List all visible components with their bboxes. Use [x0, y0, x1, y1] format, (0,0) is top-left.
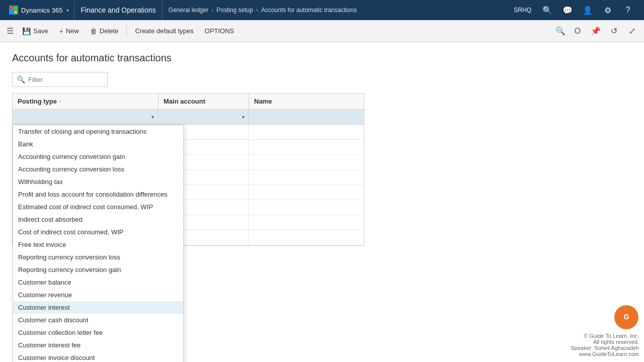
windows-icon — [9, 6, 18, 15]
filter-icon: 🔍 — [17, 75, 25, 83]
name-filter-cell — [249, 110, 364, 124]
toolbar-sep — [126, 25, 127, 37]
watermark-line4: www.GuideToLearn.com — [571, 351, 639, 357]
data-cell — [249, 140, 364, 154]
posting-type-dropdown[interactable]: ▾ — [17, 114, 154, 120]
dropdown-item[interactable]: Customer revenue — [13, 289, 183, 301]
delete-icon: 🗑 — [90, 27, 97, 35]
table-header: Posting type ↑ Main account Name — [13, 94, 364, 110]
expand-icon[interactable]: ⤢ — [624, 23, 640, 39]
data-cell — [249, 185, 364, 200]
new-button[interactable]: + New — [54, 23, 84, 39]
dropdown-item[interactable]: Cost of indirect cost consumed, WIP — [13, 226, 183, 238]
dropdown-item[interactable]: Customer collection letter fee — [13, 326, 183, 339]
toolbar-search-button[interactable]: 🔍 — [552, 23, 569, 39]
nav-chevron-icon: ▾ — [66, 8, 69, 13]
dropdown-item[interactable]: Withholding tax — [13, 175, 183, 188]
posting-type-filter-cell: ▾ — [13, 110, 158, 124]
name-header: Name — [249, 94, 364, 109]
dynamics-text: Dynamics 365 — [21, 7, 62, 14]
svg-rect-2 — [10, 11, 13, 14]
save-icon: 💾 — [22, 27, 31, 35]
data-cell — [249, 215, 364, 230]
main-content: Accounts for automatic transactions 🔍 Po… — [0, 42, 644, 362]
dynamics-logo[interactable]: Dynamics 365 ▾ — [4, 0, 74, 20]
sort-ascending-icon: ↑ — [59, 99, 61, 104]
svg-rect-0 — [10, 7, 13, 10]
new-icon: + — [59, 27, 63, 35]
nav-right-controls: SRHQ 🔍 💬 👤 ⚙ ? — [506, 2, 640, 18]
toolbar-search: 🔍 — [552, 23, 569, 39]
dropdown-item[interactable]: Reporting currency conversion gain — [13, 263, 183, 276]
help-icon[interactable]: ? — [620, 2, 636, 18]
main-account-filter-cell: ▾ — [158, 110, 249, 124]
create-default-types-button[interactable]: Create default types — [130, 23, 198, 39]
watermark-line3: Speaker: Soheil Aghazadeh — [571, 345, 639, 351]
filter-bar: 🔍 — [12, 72, 632, 87]
action-toolbar: ☰ 💾 Save + New 🗑 Delete Create default t… — [0, 20, 644, 42]
dropdown-arrow-icon: ▾ — [151, 114, 154, 120]
breadcrumb-item-3: Accounts for automatic transactions — [261, 7, 357, 14]
sidebar-toggle[interactable]: ☰ — [4, 23, 16, 39]
svg-rect-3 — [14, 11, 17, 14]
app-name: Finance and Operations — [74, 0, 162, 20]
breadcrumb-item-2[interactable]: Posting setup — [216, 7, 253, 14]
refresh-icon[interactable]: ↺ — [606, 23, 622, 39]
svg-text:G: G — [624, 313, 629, 321]
posting-type-header: Posting type ↑ — [13, 94, 158, 109]
watermark: G © Guide To Learn, Inc. All rights rese… — [571, 305, 639, 357]
svg-rect-1 — [14, 7, 17, 10]
dropdown-item[interactable]: Reporting currency conversion loss — [13, 251, 183, 263]
filter-input-wrapper: 🔍 — [12, 72, 108, 87]
search-nav-button[interactable]: 🔍 — [539, 2, 555, 18]
dropdown-item[interactable]: Accounting currency conversion gain — [13, 150, 183, 163]
dropdown-item[interactable]: Customer interest — [13, 301, 183, 314]
settings-icon[interactable]: ⚙ — [600, 2, 616, 18]
data-cell — [249, 230, 364, 245]
office-icon[interactable]: O — [570, 23, 586, 39]
main-account-dropdown-arrow: ▾ — [242, 114, 245, 120]
top-navigation: Dynamics 365 ▾ Finance and Operations Ge… — [0, 0, 644, 20]
dropdown-item[interactable]: Customer cash discount — [13, 314, 183, 326]
dropdown-item[interactable]: Indirect cost absorbed — [13, 213, 183, 226]
dropdown-item[interactable]: Customer balance — [13, 276, 183, 289]
person-icon[interactable]: 👤 — [580, 2, 596, 18]
data-cell — [249, 200, 364, 215]
dropdown-item[interactable]: Estimated cost of indirect cost consumed… — [13, 201, 183, 213]
pin-icon[interactable]: 📌 — [588, 23, 604, 39]
dropdown-item[interactable]: Free text invoice — [13, 238, 183, 251]
data-cell — [249, 170, 364, 185]
data-cell — [249, 125, 364, 139]
main-account-header: Main account — [158, 94, 249, 109]
dropdown-item[interactable]: Transfer of closing and opening transact… — [13, 125, 183, 138]
dropdown-item[interactable]: Accounting currency conversion loss — [13, 163, 183, 175]
watermark-line1: © Guide To Learn, Inc. — [571, 333, 639, 339]
delete-button[interactable]: 🗑 Delete — [85, 23, 124, 39]
filter-input[interactable] — [28, 76, 103, 83]
chat-icon[interactable]: 💬 — [559, 2, 576, 18]
page-title: Accounts for automatic transactions — [12, 52, 632, 64]
dropdown-item[interactable]: Profit and loss account for consolidatio… — [13, 188, 183, 201]
watermark-line2: All rights reserved. — [571, 339, 639, 345]
user-initials: SRHQ — [510, 7, 535, 14]
posting-type-dropdown-list[interactable]: Transfer of closing and opening transact… — [13, 125, 184, 362]
main-account-dropdown[interactable]: ▾ — [163, 114, 245, 120]
dropdown-item[interactable]: Customer interest fee — [13, 339, 183, 351]
dropdown-item[interactable]: Bank — [13, 138, 183, 150]
right-toolbar: O 📌 ↺ ⤢ — [570, 23, 640, 39]
save-button[interactable]: 💾 Save — [17, 23, 53, 39]
breadcrumb: General ledger › Posting setup › Account… — [163, 7, 506, 14]
data-cell — [249, 155, 364, 169]
options-button[interactable]: OPTIONS — [200, 23, 239, 39]
table-filter-row: ▾ ▾ — [13, 110, 364, 125]
breadcrumb-item-1[interactable]: General ledger — [169, 7, 208, 14]
dropdown-item[interactable]: Customer invoice discount — [13, 351, 183, 362]
accounts-table: Posting type ↑ Main account Name ▾ — [12, 93, 364, 246]
